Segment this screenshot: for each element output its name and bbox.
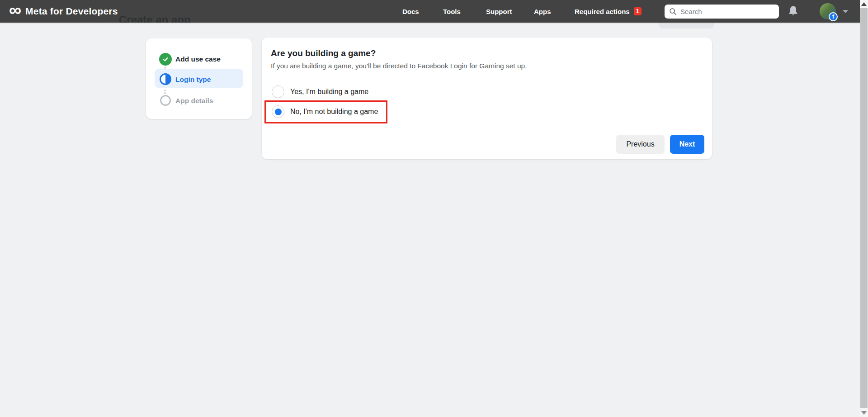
required-actions-count-badge: 1	[634, 7, 642, 15]
next-button[interactable]: Next	[670, 135, 704, 154]
page-title-create-an-app: Create an app	[119, 14, 191, 23]
user-avatar[interactable]: f	[820, 3, 836, 19]
radio-yes-label: Yes, I'm building a game	[290, 88, 368, 96]
radio-no-label: No, I'm not building a game	[290, 108, 378, 116]
search-input[interactable]	[680, 5, 779, 19]
required-actions-label: Required actions	[575, 8, 630, 15]
nav-item-apps[interactable]: Apps	[534, 0, 551, 23]
step-connector-dot	[164, 92, 166, 94]
radio-option-no-not-building-game[interactable]: No, I'm not building a game	[272, 105, 378, 118]
step-login-type[interactable]: Login type	[175, 76, 211, 84]
radio-selected-dot	[275, 109, 282, 115]
vertical-scrollbar[interactable]	[860, 0, 868, 417]
nav-item-support[interactable]: Support	[486, 0, 512, 23]
step-upcoming-circle-icon	[160, 95, 171, 106]
previous-button[interactable]: Previous	[616, 135, 665, 154]
meta-for-developers-logo[interactable]: ∞ Meta for Developers	[9, 0, 118, 23]
login-type-question-card: Are you building a game? If you are buil…	[262, 38, 712, 159]
account-menu-chevron-down-icon[interactable]	[843, 10, 848, 13]
top-navbar: Create an app ∞ Meta for Developers Docs…	[0, 0, 860, 23]
brand-text: Meta for Developers	[25, 6, 118, 17]
notifications-bell-icon[interactable]	[787, 5, 799, 19]
step-complete-check-icon	[159, 53, 172, 66]
radio-selected-icon[interactable]	[272, 105, 284, 118]
scrollbar-down-arrow-icon[interactable]	[861, 411, 867, 415]
step-current-half-circle-icon	[160, 73, 171, 85]
step-connector-dot	[164, 90, 166, 91]
nav-item-required-actions[interactable]: Required actions 1	[575, 0, 642, 23]
search-icon	[669, 8, 677, 15]
step-add-use-case[interactable]: Add use case	[175, 55, 221, 63]
scrollbar-thumb[interactable]	[860, 8, 868, 408]
facebook-logo-badge: f	[829, 12, 838, 21]
radio-unselected-icon[interactable]	[272, 85, 284, 98]
question-subtitle: If you are building a game, you'll be di…	[271, 62, 527, 70]
step-app-details[interactable]: App details	[175, 97, 213, 105]
search-box	[665, 5, 779, 19]
radio-option-yes-building-game[interactable]: Yes, I'm building a game	[272, 85, 368, 98]
meta-infinity-icon: ∞	[9, 1, 21, 19]
question-title: Are you building a game?	[271, 48, 376, 58]
nav-item-docs[interactable]: Docs	[402, 0, 419, 23]
nav-item-tools[interactable]: Tools	[443, 0, 461, 23]
create-app-stepper: Add use case Login type App details	[146, 38, 252, 119]
scrollbar-up-arrow-icon[interactable]	[861, 2, 867, 6]
